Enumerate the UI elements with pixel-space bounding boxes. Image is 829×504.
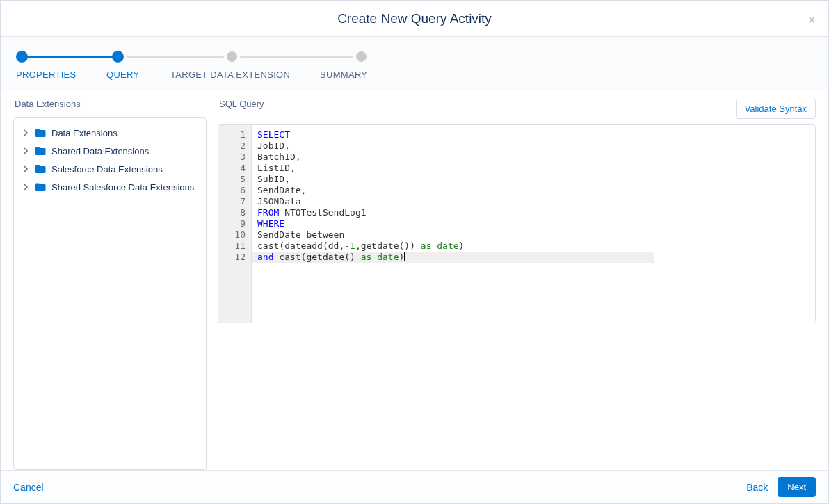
tree-item[interactable]: Salesforce Data Extensions	[14, 160, 206, 178]
folder-icon	[35, 182, 46, 192]
folder-icon	[35, 146, 46, 156]
validate-syntax-button[interactable]: Validate Syntax	[736, 99, 816, 119]
tree-item[interactable]: Shared Salesforce Data Extensions	[14, 178, 206, 196]
editor-overflow-region	[654, 125, 815, 323]
data-extensions-pane: Data Extensions Data Extensions Shared D…	[13, 99, 207, 470]
code-line[interactable]: SELECT	[257, 129, 648, 140]
pane-title-data-extensions: Data Extensions	[13, 99, 207, 109]
code-line[interactable]: and cast(getdate() as date)	[252, 252, 654, 263]
code-line[interactable]: SubID,	[257, 174, 648, 185]
code-line[interactable]: JobID,	[257, 140, 648, 152]
code-line[interactable]: JSONData	[257, 196, 648, 207]
sql-editor[interactable]: 123456789101112 SELECTJobID,BatchID,List…	[218, 124, 816, 323]
folder-icon	[35, 164, 46, 174]
tree-item-label: Data Extensions	[51, 128, 118, 138]
tree-item[interactable]: Data Extensions	[14, 124, 206, 142]
next-button[interactable]: Next	[778, 477, 816, 497]
folder-icon	[35, 128, 46, 138]
wizard-stepper: PROPERTIES QUERY TARGET DATA EXTENSION S…	[1, 37, 828, 90]
code-line[interactable]: SendDate between	[257, 229, 648, 241]
editor-gutter: 123456789101112	[218, 125, 252, 323]
pane-title-sql-query: SQL Query	[218, 99, 264, 109]
modal-header: Create New Query Activity ×	[1, 1, 828, 37]
back-button[interactable]: Back	[746, 482, 768, 493]
tree-item-label: Salesforce Data Extensions	[51, 164, 163, 174]
modal-create-query-activity: Create New Query Activity × PROPERTIES Q…	[0, 0, 829, 504]
step-bar	[240, 56, 353, 58]
chevron-right-icon	[22, 129, 29, 136]
step-label-summary[interactable]: SUMMARY	[320, 70, 367, 80]
code-line[interactable]: BatchID,	[257, 152, 648, 163]
step-bar	[127, 56, 224, 58]
editor-code[interactable]: SELECTJobID,BatchID,ListID,SubID,SendDat…	[252, 125, 654, 323]
step-dot-target[interactable]	[227, 51, 237, 62]
code-line[interactable]: cast(dateadd(dd,-1,getdate()) as date)	[257, 241, 648, 252]
sql-query-pane: SQL Query Validate Syntax 12345678910111…	[218, 99, 816, 470]
tree-item-label: Shared Data Extensions	[51, 146, 149, 156]
chevron-right-icon	[22, 165, 29, 172]
modal-footer: Cancel Back Next	[1, 470, 828, 503]
step-label-target[interactable]: TARGET DATA EXTENSION	[170, 70, 320, 80]
tree-item[interactable]: Shared Data Extensions	[14, 142, 206, 160]
step-label-query[interactable]: QUERY	[106, 70, 170, 80]
code-line[interactable]: FROM NTOTestSendLog1	[257, 207, 648, 218]
step-dot-query[interactable]	[112, 51, 124, 63]
step-dot-summary[interactable]	[356, 51, 367, 62]
code-line[interactable]: WHERE	[257, 218, 648, 229]
step-bar	[26, 56, 113, 58]
chevron-right-icon	[22, 147, 29, 154]
data-extensions-tree: Data Extensions Shared Data Extensions S…	[13, 117, 207, 470]
step-label-properties[interactable]: PROPERTIES	[16, 70, 106, 80]
code-line[interactable]: ListID,	[257, 163, 648, 174]
code-line[interactable]: SendDate,	[257, 185, 648, 196]
chevron-right-icon	[22, 184, 29, 190]
modal-title: Create New Query Activity	[337, 11, 492, 26]
tree-item-label: Shared Salesforce Data Extensions	[51, 182, 194, 193]
cancel-button[interactable]: Cancel	[13, 482, 44, 493]
close-icon[interactable]: ×	[807, 12, 816, 28]
